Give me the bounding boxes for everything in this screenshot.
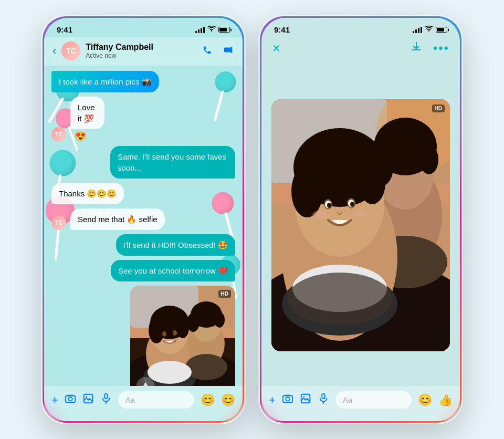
right-phone: 9:41 [258, 15, 463, 424]
svg-point-13 [173, 330, 177, 336]
plus-button-right[interactable]: + [269, 393, 276, 407]
svg-point-20 [207, 305, 216, 313]
svg-point-18 [187, 313, 200, 332]
call-button[interactable] [202, 44, 213, 58]
svg-point-69 [303, 396, 304, 398]
time-right: 9:41 [274, 25, 290, 34]
plus-button-left[interactable]: + [51, 393, 58, 407]
header-actions [202, 44, 234, 58]
svg-point-44 [419, 145, 438, 174]
wifi-icon-right [425, 26, 433, 34]
message-row-6: I'll send it HD!!! Obsessed! 🤩 [51, 234, 235, 256]
svg-point-53 [291, 165, 323, 217]
message-bubble-1: I took like a million pics 📸 [51, 71, 159, 92]
chat-screen: 9:41 [44, 18, 243, 421]
input-bar-left: + Aa 😊 😊 [44, 386, 243, 421]
message-row-1: I took like a million pics 📸 [51, 71, 235, 92]
svg-point-23 [185, 354, 227, 380]
messages-area: I took like a million pics 📸 TC Love it … [44, 66, 243, 386]
contact-avatar: TC [61, 41, 80, 60]
back-button[interactable]: ‹ [52, 44, 56, 58]
svg-point-60 [350, 202, 354, 207]
message-reaction-2: 😍 [75, 130, 120, 142]
hd-badge-right: HD [432, 104, 445, 112]
status-bar-right: 9:41 [261, 18, 460, 34]
phone-screen-right: 9:41 [261, 18, 460, 421]
battery-icon [218, 27, 230, 33]
message-row-5: TC Send me that 🔥 selfie [51, 208, 235, 230]
message-row-4: Thanks 😊😊😊 [51, 183, 235, 204]
thumbs-up-button[interactable]: 👍 [438, 393, 453, 407]
left-phone: 9:41 [41, 15, 246, 424]
selfie-photo: HD [130, 286, 235, 386]
contact-status: Active now [86, 52, 196, 59]
mic-button-right[interactable] [318, 393, 329, 407]
svg-point-67 [286, 397, 289, 401]
chat-header: ‹ TC Tiffany Campbell Active now [44, 37, 243, 66]
message-bubble-3: Same. I'll send you some faves soon... [110, 146, 235, 179]
message-bubble-6: I'll send it HD!!! Obsessed! 🤩 [116, 234, 235, 256]
contact-name: Tiffany Campbell [86, 43, 196, 52]
input-placeholder-right: Aa [343, 395, 352, 404]
message-row-2: TC Love it 💯 😍 [51, 97, 235, 142]
svg-point-65 [287, 273, 392, 325]
svg-rect-70 [322, 394, 325, 399]
video-call-button[interactable] [223, 44, 234, 58]
photo-viewer-screen: 9:41 [261, 18, 460, 421]
svg-point-19 [214, 312, 225, 328]
emoji-button-left[interactable]: 😊 [201, 393, 215, 407]
status-bar-left: 9:41 [44, 18, 243, 37]
photo-footer: + Aa 😊 👍 [261, 386, 460, 421]
svg-point-62 [352, 210, 367, 218]
like-button-left[interactable]: 😊 [221, 393, 235, 407]
more-options-button[interactable]: ••• [433, 41, 449, 56]
message-input-right[interactable]: Aa [335, 391, 412, 409]
emoji-button-right[interactable]: 😊 [418, 393, 432, 407]
signal-icon-right [413, 27, 422, 33]
message-avatar-2: TC [51, 127, 66, 142]
svg-point-21 [197, 307, 205, 315]
avatar-5: TC [51, 215, 66, 230]
message-input-left[interactable]: Aa [118, 391, 194, 409]
svg-rect-0 [224, 47, 230, 52]
mic-button-left[interactable] [100, 393, 112, 407]
svg-point-30 [86, 396, 87, 398]
photo-content: HD [271, 99, 450, 351]
svg-rect-31 [104, 394, 108, 399]
svg-point-47 [398, 123, 413, 138]
download-button[interactable] [410, 40, 423, 56]
svg-point-61 [312, 211, 327, 219]
phone-screen-left: 9:41 [44, 18, 243, 421]
camera-button-left[interactable] [65, 393, 76, 407]
photo-viewer-header: ✕ ••• [261, 34, 460, 65]
message-bubble-2: Love it 💯 [70, 97, 104, 129]
photo-button-right[interactable] [300, 393, 311, 407]
message-bubble-5: Send me that 🔥 selfie [70, 208, 165, 230]
svg-point-28 [68, 397, 72, 401]
camera-button-right[interactable] [282, 393, 293, 407]
svg-point-24 [148, 361, 192, 384]
header-info: Tiffany Campbell Active now [86, 43, 196, 59]
avatar-initials: TC [61, 41, 80, 60]
message-bubble-4: Thanks 😊😊😊 [51, 183, 124, 204]
message-avatar-5: TC [51, 215, 66, 230]
battery-icon-right [436, 27, 447, 33]
hd-badge-left: HD [218, 290, 231, 298]
message-row-3: Same. I'll send you some faves soon... [51, 146, 235, 179]
message-row-8: HD [51, 286, 235, 386]
sent-image[interactable]: HD [130, 286, 235, 386]
photo-viewer-main: HD [261, 65, 460, 386]
status-icons-right [413, 26, 447, 34]
svg-point-48 [415, 135, 427, 148]
svg-point-59 [327, 203, 331, 208]
svg-point-12 [162, 331, 166, 337]
close-button[interactable]: ✕ [272, 42, 281, 55]
photo-large[interactable]: HD [271, 99, 450, 351]
photo-button-left[interactable] [82, 393, 94, 407]
message-row-7: See you at school tomorrow ❤️ [51, 260, 235, 281]
time-left: 9:41 [57, 25, 72, 34]
avatar-2: TC [51, 127, 66, 142]
photo-actions: ••• [410, 40, 449, 56]
svg-point-10 [149, 317, 164, 343]
svg-point-54 [359, 162, 385, 204]
